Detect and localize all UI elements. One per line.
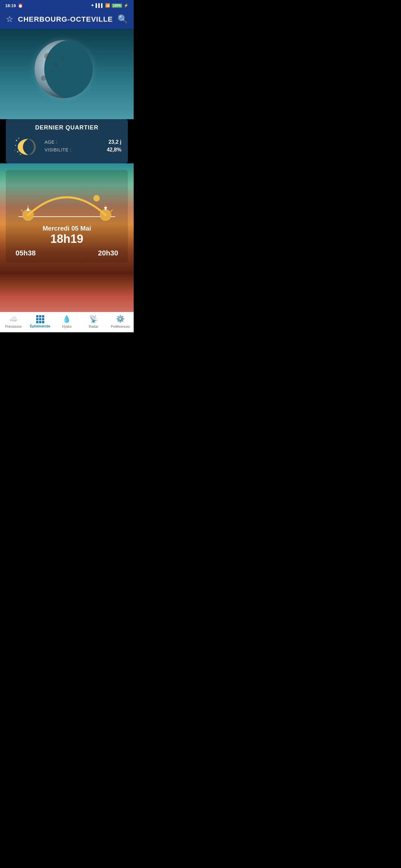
moon-stats: AGE : 23,2 j VISIBILITE : 42,8% <box>44 139 121 155</box>
svg-line-9 <box>21 210 23 212</box>
sun-section: Mercredi 05 Mai 18h19 05h38 20h30 <box>0 163 134 273</box>
moon-crescent-icon <box>12 135 38 158</box>
moon-section <box>0 29 134 119</box>
sun-current-time: 18h19 <box>12 232 121 246</box>
sun-arc-container <box>12 176 121 221</box>
sunrise-block: 05h38 <box>16 249 35 257</box>
svg-point-5 <box>14 150 15 151</box>
bluetooth-icon: ✦ <box>91 3 94 8</box>
signal-icon: ▌▌▌ <box>96 3 104 8</box>
age-value: 23,2 j <box>109 139 121 145</box>
sunset-time: 20h30 <box>98 249 118 257</box>
svg-point-12 <box>100 209 112 221</box>
city-title: CHERBOURG-OCTEVILLE <box>18 15 113 24</box>
sun-rise-set: 05h38 20h30 <box>12 249 121 257</box>
search-button[interactable]: 🔍 <box>118 14 128 24</box>
cloud-icon: ☁️ <box>9 315 18 323</box>
sunset-block: 20h30 <box>98 249 118 257</box>
sun-card: Mercredi 05 Mai 18h19 05h38 20h30 <box>6 170 128 262</box>
nav-ephemeride-label: Éphéméride <box>30 324 50 328</box>
age-label: AGE : <box>44 140 58 145</box>
svg-point-3 <box>17 151 19 152</box>
nav-ephemeride[interactable]: Éphéméride <box>27 315 54 328</box>
nav-preferences[interactable]: ⚙️ Préférences <box>107 315 134 329</box>
svg-point-4 <box>20 154 21 155</box>
nav-preferences-label: Préférences <box>111 324 130 329</box>
nav-hydro[interactable]: 💧 Hydro <box>54 315 81 329</box>
moon-circle <box>35 40 93 98</box>
nav-hydro-label: Hydro <box>62 324 71 329</box>
moon-phase-name: DERNIER QUARTIER <box>12 124 121 131</box>
svg-marker-11 <box>27 207 30 211</box>
moon-info-card: DERNIER QUARTIER AGE : 23,2 j <box>6 119 128 163</box>
nav-radar-label: Radar <box>89 324 98 329</box>
status-left: 18:19 ⏰ <box>5 3 23 8</box>
sun-time-info: Mercredi 05 Mai 18h19 <box>12 225 121 246</box>
alarm-icon: ⏰ <box>18 3 23 8</box>
nav-previsions-label: Prévisions <box>5 324 22 329</box>
crescent-svg <box>14 135 36 158</box>
visibilite-label: VISIBILITE : <box>44 147 71 152</box>
drop-icon: 💧 <box>62 315 71 323</box>
status-bar: 18:19 ⏰ ✦ ▌▌▌ 📶 100% ⚡ <box>0 0 134 11</box>
charging-icon: ⚡ <box>124 3 128 8</box>
favorite-star-icon[interactable]: ☆ <box>6 14 13 24</box>
status-time: 18:19 <box>5 3 16 8</box>
moon-info-row: AGE : 23,2 j VISIBILITE : 42,8% <box>12 135 121 158</box>
svg-line-15 <box>111 210 113 212</box>
grid-icon <box>36 315 44 323</box>
wifi-icon: 📶 <box>105 3 110 8</box>
svg-point-0 <box>16 140 17 141</box>
sun-date: Mercredi 05 Mai <box>12 225 121 232</box>
sun-arc-svg <box>19 176 115 221</box>
svg-point-1 <box>19 138 19 139</box>
svg-point-7 <box>22 209 34 221</box>
visibilite-value: 42,8% <box>107 147 121 153</box>
visibilite-row: VISIBILITE : 42,8% <box>44 147 121 153</box>
transition-area <box>0 273 134 312</box>
nav-radar[interactable]: 📡 Radar <box>80 315 107 329</box>
gear-icon: ⚙️ <box>116 315 125 323</box>
svg-point-2 <box>15 145 16 146</box>
sunrise-time: 05h38 <box>16 249 35 257</box>
moon-image <box>35 40 99 111</box>
battery-icon: 100% <box>112 4 122 8</box>
app-header: ☆ CHERBOURG-OCTEVILLE 🔍 <box>0 11 134 29</box>
svg-point-6 <box>93 195 100 202</box>
status-right: ✦ ▌▌▌ 📶 100% ⚡ <box>91 3 128 8</box>
nav-previsions[interactable]: ☁️ Prévisions <box>0 315 27 329</box>
age-row: AGE : 23,2 j <box>44 139 121 145</box>
radar-icon: 📡 <box>89 315 98 323</box>
bottom-nav: ☁️ Prévisions Éphéméride 💧 Hydro 📡 Radar… <box>0 312 134 332</box>
